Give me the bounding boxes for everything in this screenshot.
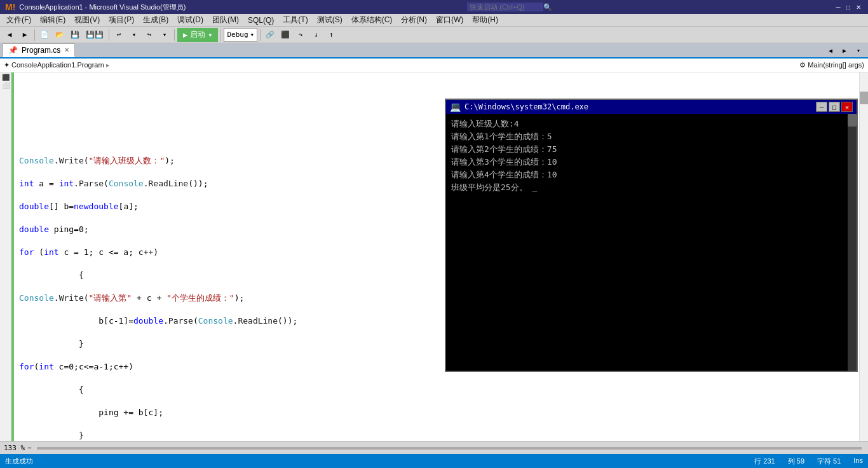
tab-filename: Program.cs [22, 46, 60, 55]
separator3 [174, 29, 175, 41]
open-button[interactable]: 📂 [53, 28, 67, 42]
cmd-maximize-button[interactable]: □ [829, 102, 840, 112]
code-line-1 [19, 86, 854, 98]
start-dropdown[interactable]: ▾ [208, 31, 212, 39]
close-button[interactable]: ✕ [854, 3, 863, 11]
undo-dropdown[interactable]: ▾ [127, 28, 141, 42]
vertical-scrollbar[interactable] [859, 72, 868, 441]
menu-test[interactable]: 测试(S) [313, 14, 346, 26]
play-icon: ▶ [183, 31, 187, 39]
window-controls[interactable]: ─ □ ✕ [834, 3, 863, 11]
start-label: 启动 [190, 29, 205, 40]
status-right: 行 231 列 59 字符 51 Ins [754, 457, 863, 466]
insert-mode: Ins [853, 457, 863, 466]
breadcrumb-method[interactable]: ⚙ Main(string[] args) [799, 61, 864, 69]
new-button[interactable]: 📄 [37, 28, 51, 42]
start-button[interactable]: ▶ 启动 ▾ [177, 28, 218, 42]
debug-mode-dropdown[interactable]: Debug ▾ [224, 28, 257, 42]
cmd-title-icon: 💻 [450, 102, 461, 112]
separator2 [109, 29, 109, 41]
title-bar: M! ConsoleApplication1 - Microsoft Visua… [0, 0, 868, 14]
menu-analyze[interactable]: 分析(N) [397, 14, 431, 26]
cmd-window: 💻 C:\Windows\system32\cmd.exe ─ □ ✕ 请输入班… [445, 99, 858, 372]
step-into[interactable]: ↓ [309, 28, 323, 42]
cmd-line-5: 请输入第4个学生的成绩：10 [451, 169, 851, 181]
undo-button[interactable]: ↩ [112, 28, 126, 42]
code-line-14: { [19, 384, 854, 396]
menu-file[interactable]: 文件(F) [3, 14, 35, 26]
cmd-line-2: 请输入第1个学生的成绩：5 [451, 130, 851, 143]
dropdown-arrow: ▾ [250, 31, 255, 39]
tab-scroll-left[interactable]: ◀ [824, 43, 837, 57]
cmd-scrollbar-thumb[interactable] [848, 114, 857, 127]
debug-mode-label: Debug [227, 31, 248, 39]
vs-logo: M! [5, 2, 15, 12]
search-icon: 🔍 [543, 3, 552, 11]
cmd-output: 请输入班级人数:4 请输入第1个学生的成绩：5 请输入第2个学生的成绩：75 请… [446, 114, 857, 371]
cmd-close-button[interactable]: ✕ [841, 102, 853, 112]
breakpoint-button[interactable]: ⬛ [278, 28, 292, 42]
cmd-line-4: 请输入第3个学生的成绩：10 [451, 156, 851, 169]
col-info: 列 59 [788, 457, 804, 466]
menu-help[interactable]: 帮助(H) [468, 14, 502, 26]
tab-close-button[interactable]: ✕ [64, 46, 69, 53]
code-line-15: ping += b[c]; [19, 407, 854, 418]
forward-button[interactable]: ▶ [18, 28, 32, 42]
cmd-scrollbar[interactable] [848, 114, 857, 371]
menu-sql[interactable]: SQL(Q) [244, 15, 278, 25]
maximize-button[interactable]: □ [844, 3, 853, 11]
save-all-button[interactable]: 💾💾 [83, 28, 106, 42]
zoom-slider[interactable] [37, 447, 862, 450]
tab-pin-icon[interactable]: 📌 [8, 46, 18, 55]
menu-project[interactable]: 项目(P) [105, 14, 138, 26]
redo-button[interactable]: ↪ [142, 28, 156, 42]
separator5 [260, 29, 261, 41]
code-line-16: } [19, 430, 854, 441]
cmd-minimize-button[interactable]: ─ [816, 102, 827, 112]
step-over[interactable]: ↷ [294, 28, 308, 42]
cmd-line-3: 请输入第2个学生的成绩：75 [451, 143, 851, 156]
tab-program-cs[interactable]: 📌 Program.cs ✕ [3, 43, 75, 57]
toolbar: ◀ ▶ 📄 📂 💾 💾💾 ↩ ▾ ↪ ▾ ▶ 启动 ▾ Debug ▾ 🔗 ⬛ … [0, 27, 868, 43]
cmd-title-text: C:\Windows\system32\cmd.exe [465, 102, 588, 111]
menu-view[interactable]: 视图(V) [71, 14, 104, 26]
menu-edit[interactable]: 编辑(E) [36, 14, 69, 26]
separator4 [220, 29, 221, 41]
zoom-level: 133 % [4, 444, 25, 452]
breadcrumb-class[interactable]: ✦ ConsoleApplication1.Program [4, 61, 104, 69]
line-info: 行 231 [754, 457, 775, 466]
tab-list-button[interactable]: ▾ [851, 43, 865, 57]
zoom-minus[interactable]: − [27, 444, 32, 452]
cmd-line-6: 班级平均分是25分。 _ [451, 181, 851, 194]
cmd-line-1: 请输入班级人数:4 [451, 118, 851, 130]
minimize-button[interactable]: ─ [834, 3, 843, 11]
cmd-controls[interactable]: ─ □ ✕ [816, 102, 853, 112]
save-button[interactable]: 💾 [68, 28, 82, 42]
tab-scroll-right[interactable]: ▶ [837, 43, 851, 57]
search-bar[interactable]: 🔍 [467, 3, 552, 11]
scrollbar-thumb[interactable] [860, 92, 869, 104]
breadcrumb: ✦ ConsoleApplication1.Program ▸ ⚙ Main(s… [0, 59, 868, 72]
menu-debug[interactable]: 调试(D) [173, 14, 207, 26]
quick-launch-input[interactable] [467, 3, 543, 11]
gutter-icon-1: ⬛ [2, 74, 10, 81]
menu-window[interactable]: 窗口(W) [432, 14, 467, 26]
menu-arch[interactable]: 体系结构(C) [348, 14, 397, 26]
left-gutter: ⬛ ⬜ [0, 72, 11, 441]
status-bar: 生成成功 行 231 列 59 字符 51 Ins [0, 454, 868, 468]
cmd-title-bar: 💻 C:\Windows\system32\cmd.exe ─ □ ✕ [446, 100, 857, 114]
back-button[interactable]: ◀ [3, 28, 17, 42]
build-status: 生成成功 [5, 457, 33, 466]
zoom-bar: 133 % − [0, 441, 868, 454]
window-title: ConsoleApplication1 - Microsoft Visual S… [19, 3, 186, 12]
step-out[interactable]: ↑ [324, 28, 338, 42]
menu-build[interactable]: 生成(B) [139, 14, 172, 26]
menu-tools[interactable]: 工具(T) [279, 14, 311, 26]
gutter-icon-2: ⬜ [2, 82, 10, 89]
breadcrumb-separator: ▸ [104, 61, 112, 69]
tab-strip: 📌 Program.cs ✕ ◀ ▶ ▾ [0, 43, 868, 59]
char-info: 字符 51 [817, 457, 841, 466]
redo-dropdown[interactable]: ▾ [158, 28, 172, 42]
menu-team[interactable]: 团队(M) [208, 14, 243, 26]
attach-button[interactable]: 🔗 [263, 28, 277, 42]
